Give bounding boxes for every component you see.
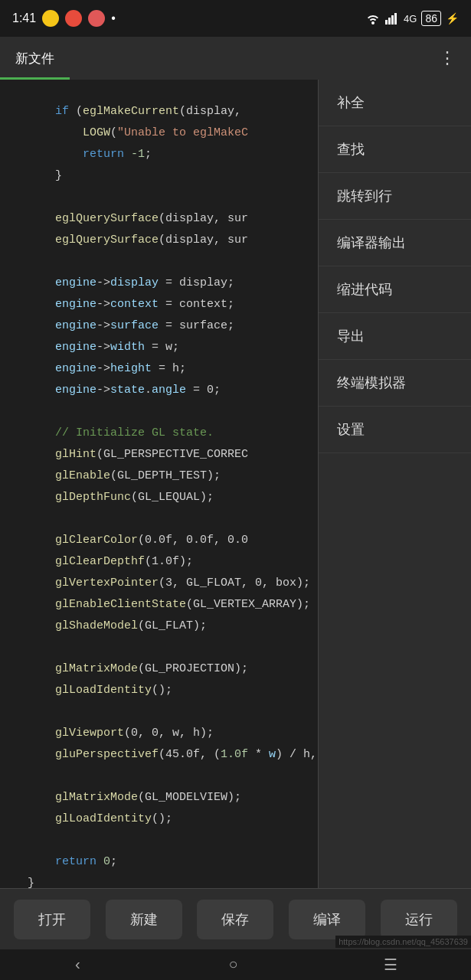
line-text: glDepthFunc(GL_LEQUAL); [28, 487, 318, 508]
line-num [0, 680, 28, 701]
tab-new-file[interactable]: 新文件 [0, 37, 70, 80]
code-line: glClearColor(0.0f, 0.0f, 0.0 [0, 530, 318, 551]
line-text: glMatrixMode(GL_PROJECTION); [28, 658, 318, 680]
menu-item-indent-code[interactable]: 缩进代码 [319, 266, 471, 313]
menu-right[interactable]: ⋮ [424, 37, 471, 80]
line-num [0, 144, 28, 165]
menu-item-compiler-output[interactable]: 编译器输出 [319, 220, 471, 266]
menu-item-settings[interactable]: 设置 [319, 407, 471, 453]
code-line: glMatrixMode(GL_MODELVIEW); [0, 787, 318, 808]
app-icon-2 [65, 10, 82, 27]
code-line: } [0, 873, 318, 888]
line-num [0, 337, 28, 358]
line-num [0, 766, 28, 787]
code-line: } [0, 165, 318, 187]
run-button[interactable]: 运行 [381, 900, 457, 939]
code-line: engine->state.angle = 0; [0, 380, 318, 401]
line-text: } [28, 873, 318, 888]
line-text: glLoadIdentity(); [28, 680, 318, 701]
save-button[interactable]: 保存 [197, 900, 273, 939]
code-line [0, 401, 318, 423]
code-line: eglQuerySurface(display, sur [0, 208, 318, 230]
new-button[interactable]: 新建 [106, 900, 182, 939]
line-text: engine->height = h; [28, 358, 318, 380]
line-num [0, 573, 28, 594]
line-text: engine->surface = surface; [28, 315, 318, 337]
line-num [0, 423, 28, 444]
code-line [0, 251, 318, 273]
line-num [0, 273, 28, 294]
status-bar: 1:41 • 4G 86 ⚡ [0, 0, 471, 37]
line-text [28, 701, 318, 723]
wifi-icon [365, 12, 381, 24]
line-num [0, 315, 28, 337]
line-num [0, 358, 28, 380]
code-line: glHint(GL_PERSPECTIVE_CORREC [0, 444, 318, 466]
line-text: eglQuerySurface(display, sur [28, 208, 318, 230]
time-display: 1:41 [12, 11, 36, 25]
line-text: return -1; [28, 144, 318, 165]
code-line [0, 80, 318, 101]
line-num [0, 851, 28, 873]
code-line: glEnable(GL_DEPTH_TEST); [0, 466, 318, 487]
line-num [0, 122, 28, 144]
menu-item-export[interactable]: 导出 [319, 313, 471, 360]
line-text: engine->state.angle = 0; [28, 380, 318, 401]
code-line: eglQuerySurface(display, sur [0, 230, 318, 251]
line-text: if (eglMakeCurrent(display, [28, 101, 318, 122]
code-line: glLoadIdentity(); [0, 680, 318, 701]
tab-header: 新文件 ⋮ [0, 37, 471, 80]
line-text: glVertexPointer(3, GL_FLOAT, 0, box); [28, 573, 318, 594]
home-button[interactable]: ○ [216, 953, 250, 977]
back-button[interactable]: ‹ [61, 953, 94, 977]
code-line: engine->display = display; [0, 273, 318, 294]
notification-dot: • [111, 11, 116, 25]
code-line [0, 187, 318, 208]
line-text: LOGW("Unable to eglMakeC [28, 122, 318, 144]
code-line: return -1; [0, 144, 318, 165]
line-num [0, 487, 28, 508]
menu-item-terminal[interactable]: 终端模拟器 [319, 360, 471, 407]
code-line: // Initialize GL state. [0, 423, 318, 444]
svg-rect-2 [391, 15, 394, 24]
battery-display: 86 [421, 11, 441, 26]
line-num [0, 701, 28, 723]
line-num [0, 530, 28, 551]
line-text [28, 508, 318, 530]
menu-item-autocomplete[interactable]: 补全 [319, 80, 471, 126]
line-text [28, 401, 318, 423]
line-text: glEnableClientState(GL_VERTEX_ARRAY); [28, 594, 318, 616]
code-editor[interactable]: if (eglMakeCurrent(display, LOGW("Unable… [0, 80, 318, 888]
code-line: glClearDepthf(1.0f); [0, 551, 318, 573]
main-area: if (eglMakeCurrent(display, LOGW("Unable… [0, 80, 471, 888]
line-text [28, 187, 318, 208]
code-line: if (eglMakeCurrent(display, [0, 101, 318, 122]
nav-bar: ‹ ○ ☰ [0, 949, 471, 980]
line-text: eglQuerySurface(display, sur [28, 230, 318, 251]
line-text: // Initialize GL state. [28, 423, 318, 444]
open-button[interactable]: 打开 [14, 900, 90, 939]
line-text: glHint(GL_PERSPECTIVE_CORREC [28, 444, 318, 466]
menu-item-goto-line[interactable]: 跳转到行 [319, 173, 471, 220]
line-num [0, 230, 28, 251]
code-line: glLoadIdentity(); [0, 808, 318, 830]
line-text [28, 80, 318, 101]
line-text: glEnable(GL_DEPTH_TEST); [28, 466, 318, 487]
svg-rect-3 [394, 13, 397, 24]
code-line: engine->surface = surface; [0, 315, 318, 337]
line-num [0, 101, 28, 122]
code-line [0, 637, 318, 658]
menu-item-find[interactable]: 查找 [319, 126, 471, 173]
line-num [0, 165, 28, 187]
app-icon-weibo [88, 10, 105, 27]
recents-button[interactable]: ☰ [371, 952, 410, 978]
charging-icon: ⚡ [446, 12, 459, 24]
line-num [0, 616, 28, 637]
line-num [0, 551, 28, 573]
line-num [0, 808, 28, 830]
line-text: glMatrixMode(GL_MODELVIEW); [28, 787, 318, 808]
compile-button[interactable]: 编译 [289, 900, 365, 939]
watermark: https://blog.csdn.net/qq_45637639 [335, 936, 471, 948]
line-num [0, 294, 28, 315]
code-line [0, 701, 318, 723]
